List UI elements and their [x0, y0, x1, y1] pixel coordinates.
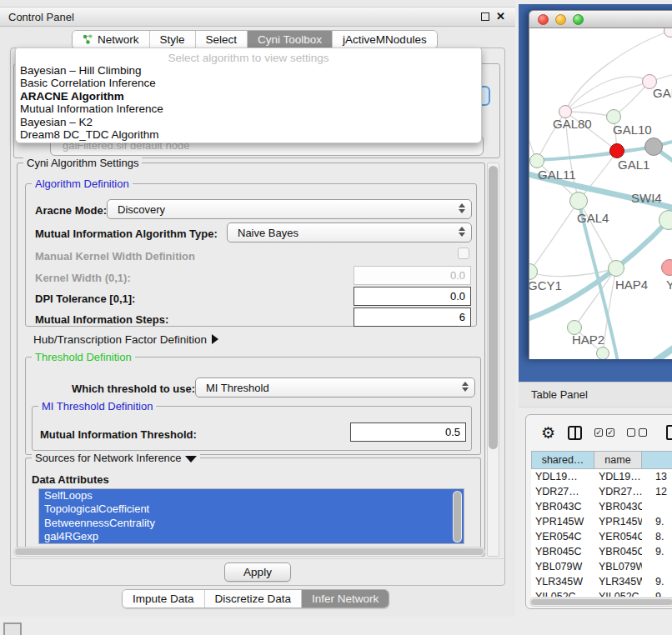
table-row[interactable]: YER054CYER054C8.: [531, 529, 672, 544]
settings-group-title: Cyni Algorithm Settings: [23, 157, 142, 169]
manual-kernel-label: Manual Kernel Width Definition: [35, 250, 195, 262]
collapsed-arrow-icon: [212, 334, 218, 344]
manual-kernel-checkbox[interactable]: [458, 248, 469, 259]
table-row[interactable]: YLR345WYLR345W9.: [531, 574, 672, 589]
network-node-gal1[interactable]: [609, 143, 624, 158]
attribute-item[interactable]: gal4RGexp: [39, 530, 464, 543]
algorithm-definition-title: Algorithm Definition: [32, 178, 133, 190]
node-label: GAL1: [618, 158, 649, 172]
dropdown-item-dream8[interactable]: Dream8 DC_TDC Algorithm: [16, 128, 481, 141]
dropdown-item-aracne[interactable]: ARACNE Algorithm: [16, 90, 481, 102]
table-toolbar: ⚙ ✓✓: [526, 415, 672, 450]
desktop-background: GAL GAL80 GAL10 GAL1 GAL11 GAL4 SWI4 GCY…: [519, 4, 672, 382]
column-header-name[interactable]: name: [594, 451, 642, 469]
list-vertical-scrollbar[interactable]: [453, 491, 462, 542]
network-node-gal4[interactable]: [569, 192, 588, 210]
combo-arrows-icon: [462, 382, 469, 392]
screen: Control Panel ✕ Network Style Select Cyn: [0, 0, 672, 635]
scrollbar-thumb[interactable]: [489, 166, 498, 449]
column-layout-icon[interactable]: [568, 426, 582, 440]
minimize-traffic-light-icon[interactable]: [555, 14, 566, 25]
table-row[interactable]: YBR045CYBR045C9.: [531, 544, 672, 559]
hub-definition-toggle[interactable]: Hub/Transcription Factor Definition: [33, 333, 218, 346]
table-row[interactable]: YBL079WYBL079W: [531, 559, 672, 574]
mi-threshold-group-title: MI Threshold Definition: [38, 400, 156, 412]
tab-style[interactable]: Style: [150, 31, 196, 48]
column-header-partial[interactable]: A: [642, 451, 672, 469]
settings-horizontal-scrollbar[interactable]: [13, 547, 485, 557]
apply-row: Apply: [11, 558, 504, 585]
network-icon: [83, 34, 93, 45]
mi-threshold-label: Mutual Information Threshold:: [40, 428, 197, 441]
aracne-mode-label: Aracne Mode:: [35, 204, 107, 217]
network-node-unnamed[interactable]: [644, 138, 663, 156]
tab-infer-network[interactable]: Infer Network: [302, 590, 389, 608]
network-window: GAL GAL80 GAL10 GAL1 GAL11 GAL4 SWI4 GCY…: [529, 10, 672, 359]
network-node-y[interactable]: [661, 259, 672, 276]
table-row[interactable]: YDL19…YDL19…13: [531, 469, 672, 484]
combo-arrows-icon: [459, 227, 465, 237]
dropdown-item-basic-correlation[interactable]: Basic Correlation Inference: [16, 77, 481, 89]
tab-jactivemnodules[interactable]: jActiveMNodules: [333, 31, 437, 48]
table-panel-window: ⚙ ✓✓ shared… name A YDL19…YDL19…13 YDR27…: [525, 414, 672, 609]
scrollbar-thumb[interactable]: [15, 548, 484, 555]
gear-icon[interactable]: ⚙: [541, 425, 555, 441]
table-function-icon[interactable]: [666, 425, 672, 440]
dpi-tolerance-field[interactable]: 0.0: [354, 287, 471, 306]
node-label: GCY1: [529, 278, 562, 292]
deselect-all-icon[interactable]: [627, 428, 647, 437]
network-node-gal11[interactable]: [529, 153, 544, 168]
aracne-mode-combo[interactable]: Discovery: [107, 199, 472, 219]
node-label: HAP2: [572, 332, 604, 347]
table-row[interactable]: YPR145WYPR145W9.: [531, 514, 672, 529]
tab-network[interactable]: Network: [73, 31, 150, 48]
mi-steps-field[interactable]: 6: [354, 308, 471, 327]
settings-vertical-scrollbar[interactable]: [487, 162, 499, 557]
which-threshold-label: Which threshold to use:: [72, 382, 195, 395]
tab-impute-data[interactable]: Impute Data: [123, 590, 205, 608]
cyni-bottom-tabbar: Impute Data Discretize Data Infer Networ…: [122, 589, 389, 608]
column-header-shared-name[interactable]: shared…: [531, 451, 594, 469]
dropdown-item-bayesian-hill-climbing[interactable]: Bayesian – Hill Climbing: [16, 64, 481, 77]
scrollbar-thumb[interactable]: [531, 599, 672, 605]
network-node[interactable]: [596, 347, 609, 359]
attribute-item[interactable]: TopologicalCoefficient: [39, 502, 464, 516]
table-row[interactable]: YIL052CYIL052C9.: [531, 589, 672, 597]
tab-discretize-data[interactable]: Discretize Data: [205, 590, 303, 608]
mi-type-combo[interactable]: Naive Bayes: [227, 222, 472, 242]
attribute-item[interactable]: BetweennessCentrality: [39, 517, 464, 530]
network-canvas[interactable]: GAL GAL80 GAL10 GAL1 GAL11 GAL4 SWI4 GCY…: [529, 28, 672, 359]
attribute-item[interactable]: SelfLoops: [39, 489, 464, 502]
apply-button[interactable]: Apply: [224, 562, 291, 582]
node-label: GAL: [653, 86, 672, 100]
algorithm-dropdown-list: Select algorithm to view settings Bayesi…: [15, 48, 482, 143]
table-row[interactable]: YDR27…YDR27…12: [531, 484, 672, 499]
kernel-width-field[interactable]: 0.0: [354, 266, 471, 285]
select-all-icon[interactable]: ✓✓: [594, 428, 614, 437]
scrollbar-thumb[interactable]: [454, 492, 461, 542]
control-panel-titlebar: Control Panel ✕: [0, 7, 515, 27]
network-window-titlebar[interactable]: [529, 10, 672, 28]
node-label: Y: [666, 278, 672, 292]
close-icon[interactable]: ✕: [496, 11, 505, 22]
expanded-arrow-icon: [185, 456, 197, 462]
sources-group-toggle[interactable]: Sources for Network Inference: [32, 452, 200, 464]
control-panel-title: Control Panel: [0, 11, 74, 23]
table-horizontal-scrollbar[interactable]: [529, 598, 672, 607]
mi-threshold-field[interactable]: 0.5: [350, 422, 466, 442]
minimized-panel-icon[interactable]: [3, 622, 22, 635]
float-window-icon[interactable]: [481, 12, 489, 21]
zoom-traffic-light-icon[interactable]: [573, 14, 584, 25]
node-label: GAL4: [577, 211, 609, 225]
combo-arrows-icon: [459, 203, 465, 213]
dropdown-item-mutual-information[interactable]: Mutual Information Inference: [16, 102, 481, 115]
dropdown-item-bayesian-k2[interactable]: Bayesian – K2: [16, 116, 481, 128]
tab-select[interactable]: Select: [196, 31, 248, 48]
table-row[interactable]: YBR043CYBR043C: [531, 499, 672, 514]
control-panel: Control Panel ✕ Network Style Select Cyn: [0, 0, 515, 617]
node-label: GAL80: [553, 117, 592, 131]
close-traffic-light-icon[interactable]: [538, 14, 549, 25]
which-threshold-combo[interactable]: MI Threshold: [195, 378, 475, 398]
network-node-hap4[interactable]: [608, 260, 624, 277]
tab-cyni-toolbox[interactable]: Cyni Toolbox: [248, 31, 333, 48]
